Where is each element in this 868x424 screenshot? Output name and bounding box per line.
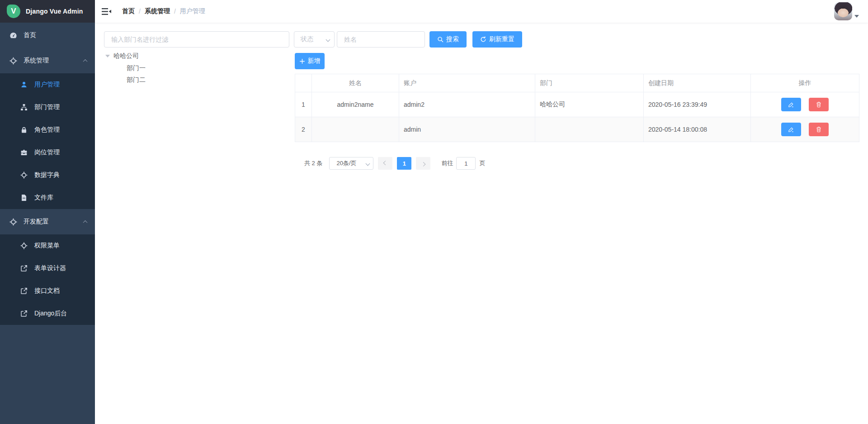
briefcase-icon — [20, 148, 28, 157]
aim-icon — [9, 218, 17, 226]
sidebar-group-system[interactable]: 系统管理 — [0, 48, 95, 73]
table-row: 1 admin2name admin2 哈哈公司 2020-05-16 23:3… — [295, 92, 859, 117]
sidebar-item-dictionary[interactable]: 数据字典 — [0, 164, 95, 186]
department-tree: 哈哈公司 部门一 部门二 — [104, 50, 289, 86]
tree-node-root[interactable]: 哈哈公司 — [104, 50, 289, 62]
sidebar-menu: 首页 系统管理 用户管理 部门管理 — [0, 23, 95, 325]
page-unit-label: 页 — [479, 159, 485, 167]
navbar: 首页 / 系统管理 / 用户管理 — [95, 0, 868, 23]
caret-down-icon — [854, 15, 859, 18]
lock-icon — [20, 126, 28, 134]
org-tree-icon — [20, 103, 28, 111]
sidebar-item-label: 数据字典 — [34, 171, 60, 179]
sidebar-item-label: 接口文档 — [34, 287, 60, 295]
user-avatar[interactable] — [834, 2, 852, 20]
header-index — [295, 74, 312, 92]
cell-index: 2 — [295, 117, 312, 142]
sidebar-fold-icon[interactable] — [102, 7, 112, 15]
breadcrumb-system[interactable]: 系统管理 — [145, 7, 170, 15]
next-page-button[interactable] — [416, 157, 430, 170]
sidebar-group-dev[interactable]: 开发配置 — [0, 209, 95, 234]
department-filter-input[interactable] — [104, 31, 289, 48]
sidebar-item-positions[interactable]: 岗位管理 — [0, 141, 95, 164]
aim-icon — [9, 57, 17, 65]
breadcrumb-separator: / — [174, 8, 176, 15]
sidebar-item-home[interactable]: 首页 — [0, 23, 95, 48]
cell-name: admin2name — [312, 92, 399, 117]
submenu-dev: 权限菜单 表单设计器 接口文档 Django后台 — [0, 234, 95, 325]
sidebar-item-label: 首页 — [24, 31, 36, 39]
tree-node-label: 部门二 — [127, 76, 146, 84]
page-number-button[interactable]: 1 — [397, 157, 411, 170]
sidebar-item-label: 角色管理 — [34, 126, 60, 134]
status-select[interactable]: 状态 — [294, 31, 335, 48]
edit-button[interactable] — [781, 123, 801, 136]
sidebar-item-files[interactable]: 文件库 — [0, 186, 95, 209]
edit-button[interactable] — [781, 98, 801, 111]
reset-button-label: 刷新重置 — [489, 35, 514, 43]
add-button-label: 新增 — [308, 57, 321, 65]
app-title: Django Vue Admin — [26, 8, 83, 15]
plus-icon — [299, 58, 305, 64]
sidebar-item-django-admin[interactable]: Django后台 — [0, 302, 95, 325]
header-account: 账户 — [399, 74, 535, 92]
tree-node-label: 部门一 — [127, 64, 146, 72]
goto-page-input[interactable] — [456, 157, 476, 170]
external-link-icon — [20, 264, 28, 272]
sidebar-item-label: 用户管理 — [34, 81, 60, 89]
external-link-icon — [20, 310, 28, 318]
search-icon — [437, 36, 443, 43]
submenu-system: 用户管理 部门管理 角色管理 岗位管理 — [0, 73, 95, 209]
name-filter-input[interactable] — [337, 31, 425, 48]
page-size-select[interactable]: 20条/页 — [329, 157, 373, 170]
sidebar-item-form-designer[interactable]: 表单设计器 — [0, 257, 95, 280]
sidebar-item-permission-menu[interactable]: 权限菜单 — [0, 234, 95, 257]
cell-name — [312, 117, 399, 142]
prev-page-button[interactable] — [378, 157, 392, 170]
chevron-down-icon — [326, 37, 330, 42]
search-button[interactable]: 搜索 — [429, 31, 467, 48]
cell-department — [535, 117, 644, 142]
document-icon — [20, 194, 28, 202]
breadcrumb-home[interactable]: 首页 — [122, 7, 135, 15]
sidebar-item-users[interactable]: 用户管理 — [0, 73, 95, 96]
goto-label: 前往 — [441, 159, 453, 167]
refresh-reset-button[interactable]: 刷新重置 — [472, 31, 522, 48]
sidebar-item-label: 表单设计器 — [34, 264, 66, 272]
table-header-row: 姓名 账户 部门 创建日期 操作 — [295, 74, 859, 92]
app-logo[interactable]: V Django Vue Admin — [0, 0, 95, 23]
external-link-icon — [20, 287, 28, 295]
tree-node-child[interactable]: 部门二 — [104, 74, 289, 86]
tree-expand-caret-icon[interactable] — [105, 55, 110, 57]
sidebar-item-label: 部门管理 — [34, 103, 60, 111]
header-created: 创建日期 — [644, 74, 751, 92]
sidebar-item-api-docs[interactable]: 接口文档 — [0, 280, 95, 302]
user-icon — [20, 81, 28, 89]
aim-icon — [20, 242, 28, 250]
user-menu[interactable] — [834, 0, 859, 23]
delete-button[interactable] — [809, 98, 829, 111]
vue-logo-icon: V — [7, 5, 20, 18]
tree-node-child[interactable]: 部门一 — [104, 62, 289, 74]
header-actions: 操作 — [751, 74, 859, 92]
sidebar-item-label: Django后台 — [34, 310, 67, 318]
cell-created: 2020-05-14 18:00:08 — [644, 117, 751, 142]
status-select-placeholder: 状态 — [301, 35, 326, 43]
dashboard-icon — [9, 31, 17, 39]
add-user-button[interactable]: 新增 — [295, 53, 325, 69]
sidebar-item-roles[interactable]: 角色管理 — [0, 119, 95, 141]
search-button-label: 搜索 — [446, 35, 459, 43]
sidebar-item-departments[interactable]: 部门管理 — [0, 96, 95, 119]
chevron-up-icon — [83, 220, 88, 224]
cell-account: admin2 — [399, 92, 535, 117]
cell-index: 1 — [295, 92, 312, 117]
breadcrumb: 首页 / 系统管理 / 用户管理 — [122, 7, 205, 15]
page-size-value: 20条/页 — [336, 159, 366, 167]
chevron-down-icon — [366, 161, 370, 166]
header-department: 部门 — [535, 74, 644, 92]
delete-button[interactable] — [809, 123, 829, 136]
breadcrumb-current: 用户管理 — [180, 7, 205, 15]
table-row: 2 admin 2020-05-14 18:00:08 — [295, 117, 859, 142]
main-content: 哈哈公司 部门一 部门二 状态 搜索 刷新重置 — [95, 23, 868, 424]
total-count-label: 共 2 条 — [304, 159, 322, 167]
